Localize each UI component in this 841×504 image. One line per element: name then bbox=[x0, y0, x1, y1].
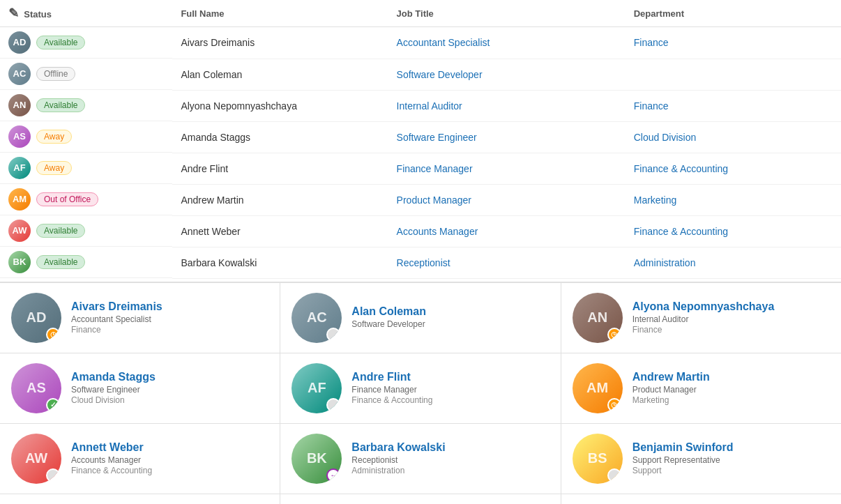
status-indicator: ◷ bbox=[46, 328, 60, 342]
person-card[interactable]: AM◷Andrew MartinProduct ManagerMarketing bbox=[561, 353, 841, 423]
card-title: Accounts Manager bbox=[71, 455, 268, 465]
col-header-dept: Department bbox=[626, 0, 841, 27]
table-row[interactable]: ASAwayAmanda StaggsSoftware EngineerClou… bbox=[0, 121, 841, 153]
avatar: BK← bbox=[291, 434, 342, 484]
job-title-link[interactable]: Accounts Manager bbox=[397, 226, 478, 237]
avatar: AC bbox=[8, 63, 31, 85]
name-cell: Alan Coleman bbox=[172, 59, 388, 90]
dept-cell: Cloud Division bbox=[626, 121, 841, 153]
person-card[interactable]: AWAnnett WeberAccounts ManagerFinance & … bbox=[0, 424, 280, 494]
card-dept: Finance bbox=[71, 325, 268, 335]
name-cell: Amanda Staggs bbox=[172, 121, 388, 153]
status-badge: Offline bbox=[36, 67, 75, 81]
card-title: Software Engineer bbox=[71, 385, 268, 395]
name-cell: Andre Flint bbox=[172, 153, 388, 184]
title-cell: Internal Auditor bbox=[388, 90, 626, 121]
person-card[interactable]: BS←Bradley SotoQA EngineerQA bbox=[0, 494, 280, 505]
job-title-link[interactable]: Software Developer bbox=[397, 69, 483, 80]
status-badge: Out of Office bbox=[36, 192, 98, 206]
card-title: Product Manager bbox=[632, 385, 830, 395]
dept-link[interactable]: Marketing bbox=[634, 194, 676, 206]
status-cell: ACOffline bbox=[0, 59, 172, 90]
status-badge: Available bbox=[36, 98, 85, 112]
status-badge: Away bbox=[36, 161, 72, 175]
table-row[interactable]: AWAvailableAnnett WeberAccounts ManagerF… bbox=[0, 215, 841, 247]
status-cell: ANAvailable bbox=[0, 90, 172, 121]
col-header-name: Full Name bbox=[172, 0, 388, 27]
status-indicator: ◷ bbox=[607, 398, 621, 412]
card-info: Alan ColemanSoftware Developer bbox=[351, 305, 549, 330]
dept-cell bbox=[626, 59, 841, 90]
dept-link[interactable]: Finance & Accounting bbox=[634, 163, 728, 174]
status-cell: AWAvailable bbox=[0, 215, 172, 247]
card-info: Annett WeberAccounts ManagerFinance & Ac… bbox=[71, 441, 268, 475]
user-icon: ✎ bbox=[8, 6, 19, 20]
card-title: Internal Auditor bbox=[632, 314, 830, 324]
card-info: Andre FlintFinance ManagerFinance & Acco… bbox=[351, 371, 549, 405]
card-title: Software Developer bbox=[351, 319, 549, 329]
avatar: AD◷ bbox=[11, 293, 61, 343]
status-cell: ASAway bbox=[0, 121, 172, 153]
status-badge: Available bbox=[36, 224, 85, 238]
avatar: AN◷ bbox=[573, 293, 623, 343]
avatar: AM◷ bbox=[573, 363, 623, 413]
avatar: AM bbox=[8, 188, 31, 211]
table-row[interactable]: AMOut of OfficeAndrew MartinProduct Mana… bbox=[0, 184, 841, 215]
job-title-link[interactable]: Receptionist bbox=[397, 257, 450, 268]
card-info: Andrew MartinProduct ManagerMarketing bbox=[632, 371, 830, 405]
person-card[interactable]: BK←Barbara KowalskiReceptionistAdministr… bbox=[280, 424, 560, 494]
title-cell: Software Developer bbox=[388, 59, 626, 90]
card-dept: Finance bbox=[632, 325, 830, 335]
person-card[interactable]: BSBenjamin SwinfordSupport Representativ… bbox=[561, 424, 841, 494]
card-dept: Support bbox=[632, 466, 830, 475]
table-row[interactable]: ACOfflineAlan ColemanSoftware Developer bbox=[0, 59, 841, 90]
job-title-link[interactable]: Finance Manager bbox=[397, 163, 473, 174]
job-title-link[interactable]: Internal Auditor bbox=[397, 100, 462, 112]
dept-link[interactable]: Finance bbox=[634, 100, 669, 112]
card-dept: Cloud Division bbox=[71, 395, 268, 405]
card-title: Finance Manager bbox=[351, 385, 549, 395]
name-cell: Aivars Dreimanis bbox=[172, 27, 388, 59]
person-card[interactable]: AFAndre FlintFinance ManagerFinance & Ac… bbox=[280, 353, 560, 423]
avatar: BS bbox=[573, 434, 623, 484]
dept-link[interactable]: Administration bbox=[634, 257, 696, 268]
card-name: Alan Coleman bbox=[351, 305, 549, 318]
card-info: Alyona NepomnyashchayaInternal AuditorFi… bbox=[632, 300, 830, 335]
employee-card-grid: AD◷Aivars DreimanisAccountant Specialist… bbox=[0, 282, 841, 505]
dept-cell: Finance & Accounting bbox=[626, 153, 841, 184]
job-title-link[interactable]: Software Engineer bbox=[397, 132, 477, 143]
dept-link[interactable]: Cloud Division bbox=[634, 132, 696, 143]
card-name: Alyona Nepomnyashchaya bbox=[632, 300, 830, 313]
col-header-title: Job Title bbox=[388, 0, 626, 27]
job-title-link[interactable]: Accountant Specialist bbox=[397, 37, 490, 48]
status-cell: AMOut of Office bbox=[0, 184, 172, 215]
card-name: Barbara Kowalski bbox=[351, 441, 549, 454]
person-card[interactable]: BM◷Brenda MalloryR&D DirectorR&D bbox=[280, 494, 560, 505]
job-title-link[interactable]: Product Manager bbox=[397, 194, 471, 206]
table-row[interactable]: BKAvailableBarbara KowalskiReceptionistA… bbox=[0, 247, 841, 278]
status-badge: Available bbox=[36, 36, 85, 49]
table-row[interactable]: ANAvailableAlyona NepomnyashchayaInterna… bbox=[0, 90, 841, 121]
avatar: AC bbox=[291, 293, 342, 343]
name-cell: Andrew Martin bbox=[172, 184, 388, 215]
avatar: AF bbox=[291, 363, 342, 413]
person-card[interactable]: ACAlan ColemanSoftware Developer bbox=[280, 283, 560, 353]
person-card[interactable]: CB◷Carmen BurchettPayroll AccountantFina… bbox=[561, 494, 841, 505]
dept-link[interactable]: Finance bbox=[634, 37, 669, 48]
person-card[interactable]: AS✓Amanda StaggsSoftware EngineerCloud D… bbox=[0, 353, 280, 423]
avatar: AN bbox=[8, 94, 31, 116]
dept-link[interactable]: Finance & Accounting bbox=[634, 226, 728, 237]
status-indicator: ✓ bbox=[46, 398, 60, 412]
dept-cell: Marketing bbox=[626, 184, 841, 215]
status-indicator bbox=[326, 398, 340, 412]
person-card[interactable]: AD◷Aivars DreimanisAccountant Specialist… bbox=[0, 283, 280, 353]
name-cell: Barbara Kowalski bbox=[172, 247, 388, 278]
table-row[interactable]: ADAvailableAivars DreimanisAccountant Sp… bbox=[0, 27, 841, 59]
dept-cell: Finance bbox=[626, 90, 841, 121]
card-info: Aivars DreimanisAccountant SpecialistFin… bbox=[71, 300, 268, 335]
dept-cell: Administration bbox=[626, 247, 841, 278]
person-card[interactable]: AN◷Alyona NepomnyashchayaInternal Audito… bbox=[561, 283, 841, 353]
table-row[interactable]: AFAwayAndre FlintFinance ManagerFinance … bbox=[0, 153, 841, 184]
status-indicator: ← bbox=[326, 468, 340, 482]
title-cell: Accounts Manager bbox=[388, 215, 626, 247]
